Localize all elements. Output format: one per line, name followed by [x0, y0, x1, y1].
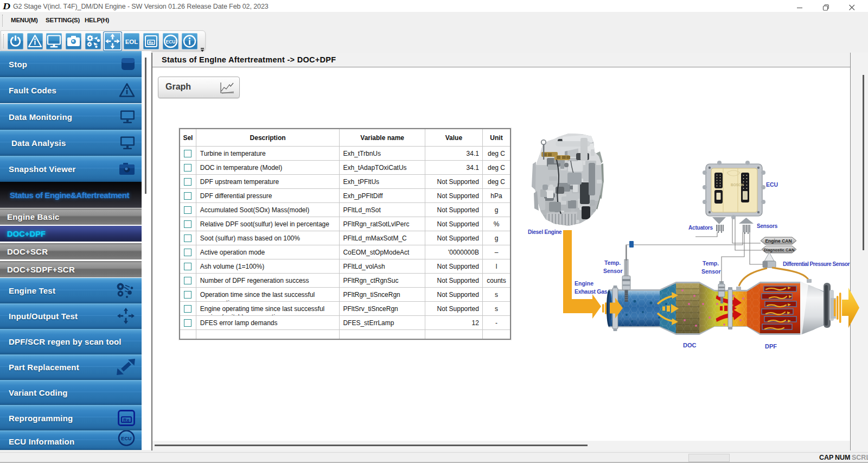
- svg-text:Diagnostic CAN: Diagnostic CAN: [764, 248, 795, 252]
- svg-text:ECU: ECU: [165, 39, 175, 45]
- svg-text:Diesel Engine: Diesel Engine: [528, 229, 562, 235]
- svg-text:Re: Re: [123, 417, 129, 422]
- svg-text:Exhaust Gas: Exhaust Gas: [575, 288, 608, 295]
- svg-text:Sensors: Sensors: [757, 223, 778, 229]
- svg-text:DPF: DPF: [765, 343, 777, 350]
- svg-text:Temp.: Temp.: [604, 259, 621, 266]
- svg-text:Engine CAN: Engine CAN: [765, 238, 792, 244]
- svg-text:Re: Re: [149, 41, 154, 45]
- svg-text:Engine: Engine: [575, 280, 593, 287]
- svg-text:Actuators: Actuators: [688, 225, 713, 231]
- svg-text:ECU: ECU: [766, 181, 778, 188]
- svg-text:BOSCH: BOSCH: [731, 183, 744, 187]
- svg-text:Sensor: Sensor: [603, 268, 623, 274]
- svg-text:ECU: ECU: [121, 436, 132, 441]
- svg-text:EOL: EOL: [125, 39, 138, 45]
- svg-text:DOC: DOC: [683, 342, 697, 348]
- svg-text:Temp.: Temp.: [703, 260, 719, 267]
- svg-text:Differential Pressure Sensor: Differential Pressure Sensor: [783, 261, 850, 267]
- svg-text:Sensor: Sensor: [701, 268, 721, 275]
